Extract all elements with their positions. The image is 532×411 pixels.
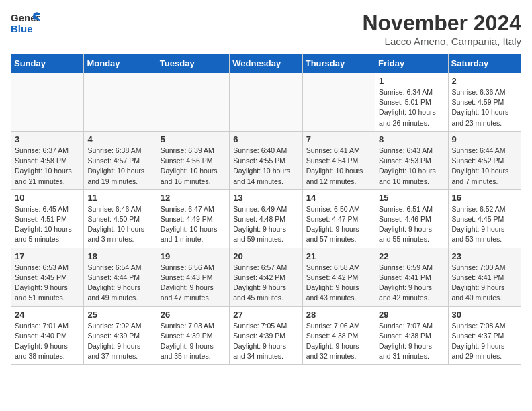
calendar-cell: [11, 73, 84, 132]
cell-info: Sunset: 4:46 PM: [379, 214, 444, 224]
calendar-cell: 26Sunrise: 7:03 AMSunset: 4:39 PMDayligh…: [157, 306, 229, 365]
cell-info: Sunset: 4:50 PM: [87, 214, 152, 224]
month-title: November 2024: [362, 11, 521, 36]
calendar-cell: 2Sunrise: 6:36 AMSunset: 4:59 PMDaylight…: [448, 73, 521, 132]
calendar-cell: 27Sunrise: 7:05 AMSunset: 4:39 PMDayligh…: [230, 306, 302, 365]
calendar-cell: 14Sunrise: 6:50 AMSunset: 4:47 PMDayligh…: [302, 189, 375, 248]
day-number: 15: [379, 193, 444, 203]
day-number: 20: [233, 251, 298, 261]
week-row-5: 24Sunrise: 7:01 AMSunset: 4:40 PMDayligh…: [11, 306, 521, 365]
cell-info: Sunset: 4:39 PM: [87, 331, 152, 341]
cell-info: Daylight: 9 hours and 49 minutes.: [87, 283, 152, 303]
cell-info: Sunrise: 7:08 AM: [452, 321, 517, 331]
day-number: 27: [233, 310, 298, 320]
cell-info: Sunset: 5:01 PM: [379, 97, 444, 107]
day-number: 11: [87, 193, 152, 203]
day-number: 3: [15, 134, 80, 144]
cell-info: Daylight: 10 hours and 19 minutes.: [87, 166, 152, 186]
cell-info: Sunrise: 6:53 AM: [15, 263, 80, 273]
cell-info: Sunrise: 6:45 AM: [15, 204, 80, 214]
day-number: 16: [452, 193, 517, 203]
day-number: 14: [306, 193, 371, 203]
cell-info: Daylight: 10 hours and 7 minutes.: [452, 166, 517, 186]
location: Lacco Ameno, Campania, Italy: [362, 36, 521, 47]
cell-info: Daylight: 9 hours and 35 minutes.: [161, 341, 226, 361]
cell-info: Daylight: 9 hours and 59 minutes.: [233, 224, 298, 244]
cell-info: Sunrise: 6:59 AM: [379, 263, 444, 273]
calendar-cell: 17Sunrise: 6:53 AMSunset: 4:45 PMDayligh…: [11, 248, 84, 306]
cell-info: Daylight: 9 hours and 34 minutes.: [233, 341, 298, 361]
cell-info: Sunset: 4:45 PM: [15, 273, 80, 283]
cell-info: Sunset: 4:57 PM: [87, 156, 152, 166]
calendar-cell: 24Sunrise: 7:01 AMSunset: 4:40 PMDayligh…: [11, 306, 84, 365]
cell-info: Daylight: 9 hours and 38 minutes.: [15, 341, 80, 361]
svg-text:Blue: Blue: [11, 23, 33, 34]
calendar-cell: 23Sunrise: 7:00 AMSunset: 4:41 PMDayligh…: [448, 248, 521, 306]
cell-info: Daylight: 10 hours and 3 minutes.: [87, 224, 152, 244]
week-row-1: 1Sunrise: 6:34 AMSunset: 5:01 PMDaylight…: [11, 73, 521, 132]
calendar-cell: 4Sunrise: 6:38 AMSunset: 4:57 PMDaylight…: [84, 131, 157, 189]
header: General Blue November 2024 Lacco Ameno, …: [11, 11, 521, 47]
calendar-cell: 10Sunrise: 6:45 AMSunset: 4:51 PMDayligh…: [11, 189, 84, 248]
day-number: 2: [452, 76, 517, 86]
logo: General Blue: [11, 11, 40, 38]
day-number: 1: [379, 76, 444, 86]
calendar-cell: 3Sunrise: 6:37 AMSunset: 4:58 PMDaylight…: [11, 131, 84, 189]
cell-info: Daylight: 9 hours and 37 minutes.: [87, 341, 152, 361]
cell-info: Daylight: 9 hours and 57 minutes.: [306, 224, 371, 244]
calendar-cell: 29Sunrise: 7:07 AMSunset: 4:38 PMDayligh…: [375, 306, 448, 365]
day-number: 13: [233, 193, 298, 203]
cell-info: Sunrise: 6:58 AM: [306, 263, 371, 273]
cell-info: Sunrise: 6:52 AM: [452, 204, 517, 214]
cell-info: Sunrise: 7:06 AM: [306, 321, 371, 331]
cell-info: Daylight: 9 hours and 53 minutes.: [452, 224, 517, 244]
cell-info: Sunset: 4:58 PM: [15, 156, 80, 166]
calendar-cell: 9Sunrise: 6:44 AMSunset: 4:52 PMDaylight…: [448, 131, 521, 189]
cell-info: Sunrise: 6:34 AM: [379, 87, 444, 97]
cell-info: Daylight: 9 hours and 43 minutes.: [306, 283, 371, 303]
day-number: 24: [15, 310, 80, 320]
cell-info: Daylight: 10 hours and 10 minutes.: [379, 166, 444, 186]
cell-info: Sunset: 4:55 PM: [233, 156, 298, 166]
cell-info: Sunrise: 6:37 AM: [15, 146, 80, 156]
cell-info: Daylight: 9 hours and 29 minutes.: [452, 341, 517, 361]
day-number: 9: [452, 134, 517, 144]
cell-info: Sunset: 4:42 PM: [233, 273, 298, 283]
cell-info: Sunrise: 7:00 AM: [452, 263, 517, 273]
cell-info: Daylight: 9 hours and 55 minutes.: [379, 224, 444, 244]
cell-info: Sunset: 4:56 PM: [161, 156, 226, 166]
day-number: 30: [452, 310, 517, 320]
cell-info: Sunrise: 6:40 AM: [233, 146, 298, 156]
cell-info: Sunset: 4:47 PM: [306, 214, 371, 224]
cell-info: Sunset: 4:42 PM: [306, 273, 371, 283]
day-number: 12: [161, 193, 226, 203]
calendar-cell: 8Sunrise: 6:43 AMSunset: 4:53 PMDaylight…: [375, 131, 448, 189]
cell-info: Sunset: 4:40 PM: [15, 331, 80, 341]
calendar-cell: 12Sunrise: 6:47 AMSunset: 4:49 PMDayligh…: [157, 189, 229, 248]
cell-info: Daylight: 9 hours and 47 minutes.: [161, 283, 226, 303]
cell-info: Sunset: 4:39 PM: [233, 331, 298, 341]
cell-info: Sunset: 4:45 PM: [452, 214, 517, 224]
cell-info: Daylight: 9 hours and 42 minutes.: [379, 283, 444, 303]
calendar-cell: 16Sunrise: 6:52 AMSunset: 4:45 PMDayligh…: [448, 189, 521, 248]
cell-info: Sunset: 4:54 PM: [306, 156, 371, 166]
day-number: 26: [161, 310, 226, 320]
calendar-cell: [84, 73, 157, 132]
calendar-cell: 15Sunrise: 6:51 AMSunset: 4:46 PMDayligh…: [375, 189, 448, 248]
cell-info: Sunrise: 6:46 AM: [87, 204, 152, 214]
cell-info: Sunset: 4:38 PM: [379, 331, 444, 341]
cell-info: Daylight: 10 hours and 21 minutes.: [15, 166, 80, 186]
day-number: 4: [87, 134, 152, 144]
calendar-cell: 30Sunrise: 7:08 AMSunset: 4:37 PMDayligh…: [448, 306, 521, 365]
calendar-cell: 28Sunrise: 7:06 AMSunset: 4:38 PMDayligh…: [302, 306, 375, 365]
week-row-2: 3Sunrise: 6:37 AMSunset: 4:58 PMDaylight…: [11, 131, 521, 189]
col-header-saturday: Saturday: [448, 54, 521, 73]
cell-info: Sunset: 4:53 PM: [379, 156, 444, 166]
cell-info: Sunset: 4:41 PM: [452, 273, 517, 283]
col-header-friday: Friday: [375, 54, 448, 73]
col-header-thursday: Thursday: [302, 54, 375, 73]
day-number: 19: [161, 251, 226, 261]
col-header-monday: Monday: [84, 54, 157, 73]
day-number: 23: [452, 251, 517, 261]
day-number: 5: [161, 134, 226, 144]
